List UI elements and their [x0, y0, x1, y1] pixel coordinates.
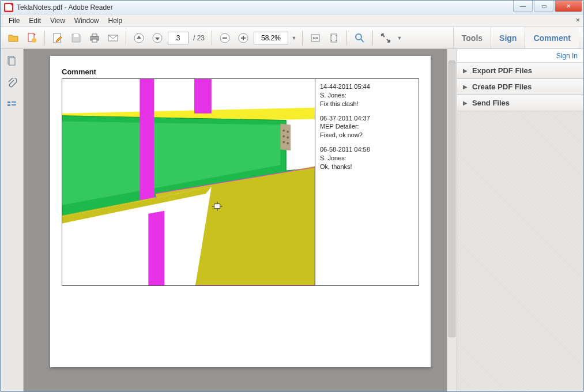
menubar: File Edit View Window Help × [1, 14, 583, 27]
sign-in-link[interactable]: Sign In [556, 52, 578, 60]
attachments-icon[interactable] [6, 77, 18, 89]
close-button[interactable]: ✕ [555, 1, 582, 12]
note-entry: 14-44-2011 05:44 S. Jones: Fix this clas… [320, 82, 414, 108]
svg-rect-11 [223, 37, 227, 39]
svg-point-37 [282, 135, 285, 137]
svg-rect-20 [7, 101, 10, 103]
svg-rect-19 [9, 58, 15, 65]
model-image [62, 79, 315, 285]
svg-rect-21 [7, 104, 10, 106]
chevron-right-icon: ▶ [463, 67, 468, 74]
zoom-in-button[interactable] [235, 30, 251, 46]
page-up-button[interactable] [131, 30, 147, 46]
menu-help[interactable]: Help [104, 16, 127, 26]
menu-edit[interactable]: Edit [24, 16, 46, 26]
fit-page-button[interactable] [326, 30, 342, 46]
titlebar: TeklaNotes.pdf - Adobe Reader — ▭ ✕ [1, 1, 583, 14]
svg-rect-46 [214, 204, 220, 209]
toolbar: / 23 ▼ ▼ Tools Sign Comment [1, 27, 583, 49]
svg-marker-33 [194, 79, 212, 114]
page-down-button[interactable] [149, 30, 165, 46]
svg-rect-3 [74, 34, 78, 37]
read-mode-button[interactable] [378, 30, 394, 46]
menu-view[interactable]: View [46, 16, 70, 26]
read-mode-dropdown-icon[interactable]: ▼ [396, 35, 403, 41]
maximize-button[interactable]: ▭ [534, 1, 553, 12]
left-sidebar [1, 49, 24, 391]
pdf-page: Comment [50, 56, 431, 367]
print-button[interactable] [86, 30, 103, 46]
find-button[interactable] [352, 30, 368, 46]
panel-export-pdf[interactable]: ▶ Export PDF Files [457, 63, 583, 79]
edit-button[interactable] [50, 30, 66, 46]
pdf-icon [4, 3, 13, 12]
zoom-input[interactable] [254, 32, 288, 44]
thumbnails-icon[interactable] [6, 55, 18, 67]
notes-column: 14-44-2011 05:44 S. Jones: Fix this clas… [315, 79, 419, 285]
save-button[interactable] [68, 30, 84, 46]
zoom-out-button[interactable] [217, 30, 233, 46]
svg-rect-23 [12, 104, 16, 105]
svg-rect-22 [12, 101, 16, 103]
minimize-button[interactable]: — [513, 1, 533, 12]
note-entry: 06-58-2011 04:58 S. Jones: Ok, thanks! [320, 145, 414, 171]
svg-marker-34 [280, 124, 291, 151]
panel-create-pdf[interactable]: ▶ Create PDF Files [457, 79, 583, 95]
svg-rect-6 [92, 39, 97, 42]
document-scrollbar[interactable] [447, 49, 457, 391]
page-number-input[interactable] [168, 32, 189, 44]
svg-point-38 [287, 136, 289, 138]
svg-rect-5 [92, 34, 97, 36]
svg-point-1 [32, 38, 36, 43]
chevron-right-icon: ▶ [463, 100, 468, 106]
svg-point-40 [287, 142, 289, 144]
scrollbar-thumb[interactable] [449, 61, 455, 337]
page-total-label: / 23 [191, 34, 207, 42]
svg-point-17 [356, 34, 361, 40]
create-pdf-button[interactable] [24, 30, 40, 46]
panel-send-files[interactable]: ▶ Send Files [457, 95, 583, 111]
right-panel: Sign In ▶ Export PDF Files ▶ Create PDF … [457, 49, 583, 391]
svg-point-36 [287, 131, 289, 133]
tab-tools[interactable]: Tools [453, 27, 491, 48]
svg-rect-14 [243, 36, 244, 40]
menu-window[interactable]: Window [70, 16, 104, 26]
svg-point-35 [282, 130, 285, 132]
panel-empty-area [457, 111, 583, 391]
email-button[interactable] [105, 30, 121, 46]
tab-comment[interactable]: Comment [525, 27, 579, 48]
note-entry: 06-37-2011 04:37 MEP Detailer: Fixed, ok… [320, 114, 414, 140]
menu-file[interactable]: File [4, 16, 24, 26]
menubar-close-icon[interactable]: × [575, 16, 580, 24]
tab-sign[interactable]: Sign [491, 27, 525, 48]
comment-heading: Comment [62, 67, 419, 78]
svg-marker-45 [148, 211, 164, 285]
chevron-right-icon: ▶ [463, 84, 468, 90]
fit-width-button[interactable] [307, 30, 323, 46]
app-window: TeklaNotes.pdf - Adobe Reader — ▭ ✕ File… [0, 0, 584, 392]
main-area: Comment [1, 49, 583, 391]
document-viewport[interactable]: Comment [24, 49, 457, 391]
zoom-dropdown-icon[interactable]: ▼ [291, 35, 297, 41]
svg-point-39 [282, 141, 285, 143]
bookmarks-icon[interactable] [6, 99, 18, 111]
window-title: TeklaNotes.pdf - Adobe Reader [17, 3, 580, 12]
open-button[interactable] [5, 30, 21, 46]
